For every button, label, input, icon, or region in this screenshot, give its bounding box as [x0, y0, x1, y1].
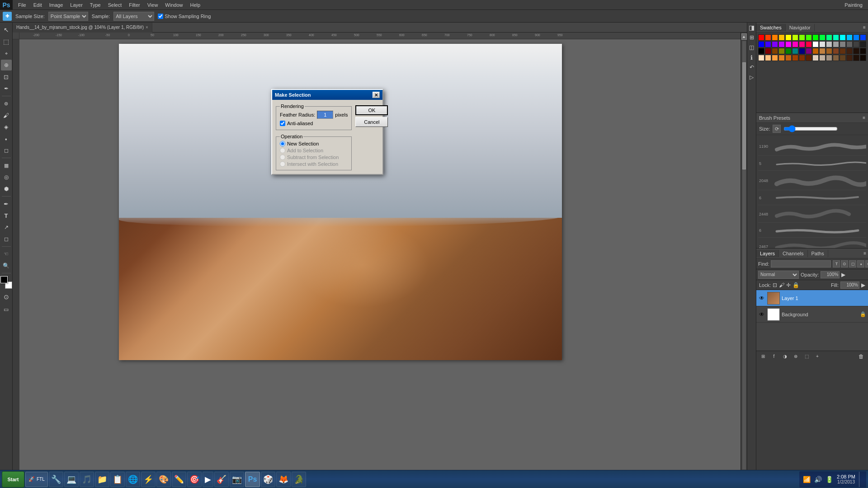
layers-filter-smart[interactable]: ⊛ [865, 260, 868, 267]
color-swatch[interactable] [853, 48, 859, 54]
layer-delete-btn[interactable]: 🗑 [856, 352, 866, 361]
eraser-tool[interactable]: ◻ [1, 145, 12, 156]
brush-panel-menu[interactable]: ≡ [863, 115, 865, 120]
color-swatch[interactable] [806, 48, 812, 54]
opacity-input[interactable] [821, 271, 840, 278]
pen-tool[interactable]: ✒ [1, 198, 12, 209]
color-swatch[interactable] [778, 34, 785, 41]
color-swatch[interactable] [833, 41, 839, 47]
taskbar-item-11[interactable]: ▶ [203, 472, 213, 487]
foreground-background-colors[interactable] [0, 276, 12, 289]
layer-style-btn[interactable]: f [769, 352, 779, 361]
layer-adjustment-btn[interactable]: ⊛ [791, 352, 801, 361]
color-swatch[interactable] [853, 34, 859, 41]
taskbar-item-12[interactable]: 🎸 [214, 472, 229, 487]
brush-item[interactable]: 6 [758, 223, 866, 238]
dodge-tool[interactable]: ⬢ [1, 183, 12, 194]
taskbar-item-1[interactable]: 🔧 [49, 472, 63, 487]
taskbar-item-6[interactable]: 🌐 [126, 472, 140, 487]
color-swatch[interactable] [860, 48, 866, 54]
color-swatch[interactable] [778, 41, 785, 47]
layers-tab[interactable]: Layers [756, 250, 779, 257]
color-swatch[interactable] [846, 55, 853, 61]
menu-image[interactable]: Image [46, 1, 67, 9]
background-visibility-eye[interactable]: 👁 [758, 311, 765, 318]
lasso-tool[interactable]: ⌖ [1, 48, 12, 59]
ok-button[interactable]: OK [355, 105, 388, 115]
crop-tool[interactable]: ⊡ [1, 71, 12, 82]
brush-item[interactable]: 5 [758, 156, 866, 171]
clone-tool[interactable]: ◈ [1, 122, 12, 132]
layer-row-layer1[interactable]: 👁 Layer 1 [756, 290, 868, 306]
brush-item[interactable]: 6 [758, 191, 866, 205]
layer-row-background[interactable]: 👁 Background 🔒 [756, 306, 868, 323]
color-swatch[interactable] [792, 48, 798, 54]
color-swatch[interactable] [853, 41, 859, 47]
layers-filter-shape[interactable]: ⬧ [857, 260, 864, 267]
brush-item[interactable]: 2048 [758, 171, 866, 190]
swatches-tab[interactable]: Swatches [756, 24, 786, 31]
color-swatch[interactable] [826, 34, 832, 41]
color-swatch[interactable] [799, 55, 805, 61]
color-swatch[interactable] [846, 48, 853, 54]
scroll-thumb-v[interactable] [742, 62, 746, 169]
show-sampling-ring-checkbox[interactable] [158, 14, 163, 19]
active-tab[interactable]: Hands__14_by_mjranum_stock.jpg @ 104% (L… [13, 23, 152, 33]
add-selection-radio[interactable] [280, 148, 285, 153]
color-swatch[interactable] [812, 34, 819, 41]
color-swatch[interactable] [812, 55, 819, 61]
taskbar-item-2[interactable]: 💻 [64, 472, 79, 487]
zoom-tool[interactable]: 🔍 [1, 260, 12, 271]
styles-icon[interactable]: ◫ [748, 43, 756, 52]
lock-image-pixels[interactable]: 🖌 [779, 282, 784, 288]
layer-group-btn[interactable]: ⬚ [802, 352, 811, 361]
make-selection-dialog[interactable]: Make Selection ✕ Rendering Feather Radiu… [271, 89, 383, 175]
color-swatch[interactable] [792, 41, 798, 47]
color-swatch[interactable] [826, 48, 832, 54]
layer-mask-btn[interactable]: ◑ [780, 352, 790, 361]
menu-edit[interactable]: Edit [30, 1, 46, 9]
navigator-tab[interactable]: Navigator [786, 24, 815, 31]
color-swatch[interactable] [860, 41, 866, 47]
color-swatch[interactable] [819, 48, 826, 54]
foreground-color-swatch[interactable] [0, 276, 8, 283]
add-selection-row[interactable]: Add to Selection [280, 148, 348, 153]
taskbar-photoshop[interactable]: Ps [245, 472, 260, 487]
color-swatch[interactable] [758, 34, 764, 41]
info-icon[interactable]: ℹ [748, 53, 756, 61]
subtract-selection-row[interactable]: Subtract from Selection [280, 155, 348, 160]
gradient-tool[interactable]: ▦ [1, 160, 12, 171]
layer-link-btn[interactable]: ⊞ [758, 352, 768, 361]
channels-tab[interactable]: Channels [779, 250, 807, 257]
show-sampling-ring-label[interactable]: Show Sampling Ring [158, 14, 211, 19]
brush-tool[interactable]: 🖌 [1, 110, 12, 121]
feather-radius-input[interactable] [317, 111, 333, 119]
taskbar-item-3[interactable]: 🎵 [80, 472, 94, 487]
color-swatch[interactable] [860, 55, 866, 61]
fill-input[interactable] [840, 282, 859, 289]
color-swatch[interactable] [860, 34, 866, 41]
color-swatch[interactable] [792, 34, 798, 41]
color-swatch[interactable] [799, 48, 805, 54]
brush-item[interactable]: 2448 [758, 206, 866, 223]
color-swatch[interactable] [806, 34, 812, 41]
color-swatch[interactable] [833, 48, 839, 54]
lock-transparent-pixels[interactable]: ⊡ [773, 282, 777, 288]
scroll-track-v[interactable] [742, 41, 746, 470]
opacity-arrow[interactable]: ▶ [841, 272, 845, 278]
menu-help[interactable]: Help [186, 1, 204, 9]
color-swatch[interactable] [778, 48, 785, 54]
dialog-close-btn[interactable]: ✕ [373, 92, 380, 98]
panel-menu-btn[interactable]: ≡ [861, 24, 868, 31]
dialog-titlebar[interactable]: Make Selection ✕ [272, 90, 382, 100]
layer1-visibility-eye[interactable]: 👁 [758, 295, 765, 302]
healing-tool[interactable]: ⊛ [1, 98, 12, 109]
color-swatch[interactable] [826, 41, 832, 47]
color-swatch[interactable] [840, 41, 846, 47]
subtract-selection-radio[interactable] [280, 155, 285, 160]
color-swatch[interactable] [806, 55, 812, 61]
color-swatch[interactable] [765, 55, 771, 61]
taskbar-item-4[interactable]: 📁 [95, 472, 109, 487]
color-swatch[interactable] [833, 55, 839, 61]
layers-filter-adjust[interactable]: ⊙ [841, 260, 848, 267]
